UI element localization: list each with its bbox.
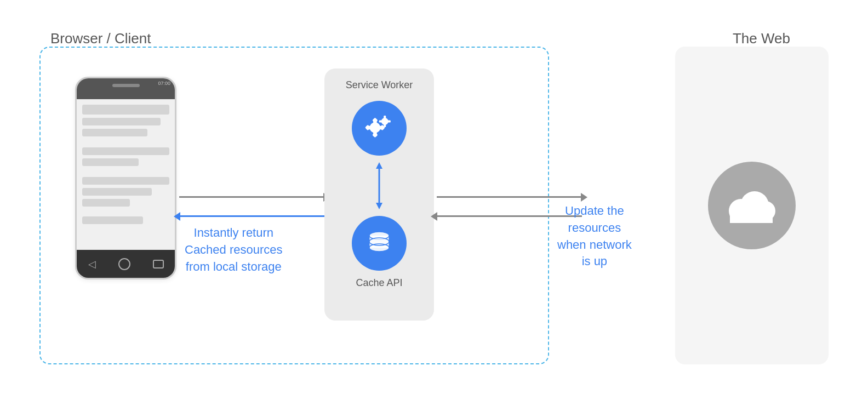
- phone-bottom-bar: ◁: [77, 250, 175, 278]
- phone-top-bar: 07:00: [77, 78, 175, 99]
- phone-content-7: [82, 188, 152, 196]
- instantly-return-line3: from local storage: [186, 260, 282, 273]
- spacer1: [82, 140, 169, 144]
- web-label: The Web: [733, 30, 790, 47]
- cloud-circle: [708, 162, 796, 249]
- nav-recent-icon: [153, 260, 164, 268]
- update-line3: when network: [557, 238, 632, 252]
- svg-rect-5: [372, 117, 378, 123]
- web-box: [675, 47, 829, 364]
- cache-api-icon: [352, 216, 407, 271]
- phone-content-6: [82, 177, 169, 185]
- phone-speaker: [112, 84, 140, 87]
- phone-content-9: [82, 216, 143, 224]
- svg-rect-11: [384, 123, 386, 127]
- phone-content-8: [82, 199, 130, 207]
- svg-rect-10: [384, 115, 386, 119]
- vertical-arrow-svg: [373, 161, 386, 210]
- svg-rect-12: [379, 120, 382, 122]
- diagram-container: Browser / Client 07:00 ◁: [23, 14, 845, 386]
- service-worker-icon: [352, 101, 407, 156]
- phone-content-5: [82, 158, 139, 166]
- svg-rect-13: [387, 120, 391, 122]
- svg-marker-16: [376, 203, 382, 209]
- phone-content-4: [82, 147, 169, 155]
- cloud-svg: [724, 186, 779, 225]
- phone-mockup: 07:00 ◁: [75, 77, 176, 279]
- arrow-phone-to-sw: [179, 196, 324, 198]
- service-worker-label: Service Worker: [346, 79, 413, 91]
- phone-content-1: [82, 105, 169, 115]
- update-line4: is up: [582, 254, 607, 268]
- phone-content-3: [82, 129, 147, 136]
- browser-client-label: Browser / Client: [50, 30, 151, 47]
- arrow-line-sw-web: [437, 196, 582, 198]
- svg-rect-29: [730, 211, 773, 223]
- instantly-return-label: Instantly return Cached resources from l…: [185, 225, 283, 275]
- instantly-return-line1: Instantly return: [194, 226, 274, 239]
- cache-api-label: Cache API: [356, 277, 402, 289]
- svg-marker-15: [376, 162, 382, 169]
- vertical-double-arrow: [373, 161, 386, 210]
- spacer3: [82, 210, 169, 213]
- svg-rect-8: [372, 132, 378, 137]
- update-label: Update the resources when network is up: [557, 203, 632, 270]
- update-line2: resources: [568, 221, 621, 235]
- phone-status: 07:00: [158, 81, 170, 86]
- svg-rect-7: [364, 124, 370, 130]
- phone-screen: [77, 99, 175, 250]
- arrow-line-right: [179, 196, 324, 198]
- cloud-wrapper: [708, 162, 796, 249]
- arrow-line-left-blue: [179, 215, 324, 217]
- update-line1: Update the: [565, 204, 624, 218]
- database-svg: [363, 227, 396, 260]
- service-worker-panel: Service Worker: [324, 68, 434, 321]
- instantly-return-line2: Cached resources: [185, 243, 283, 256]
- arrow-sw-to-web: [437, 196, 582, 198]
- gear-svg: [362, 111, 397, 146]
- nav-home-icon: [118, 258, 130, 270]
- arrow-sw-to-phone: [179, 215, 324, 217]
- phone-content-2: [82, 118, 161, 125]
- nav-back-icon: ◁: [88, 258, 96, 270]
- spacer2: [82, 169, 169, 174]
